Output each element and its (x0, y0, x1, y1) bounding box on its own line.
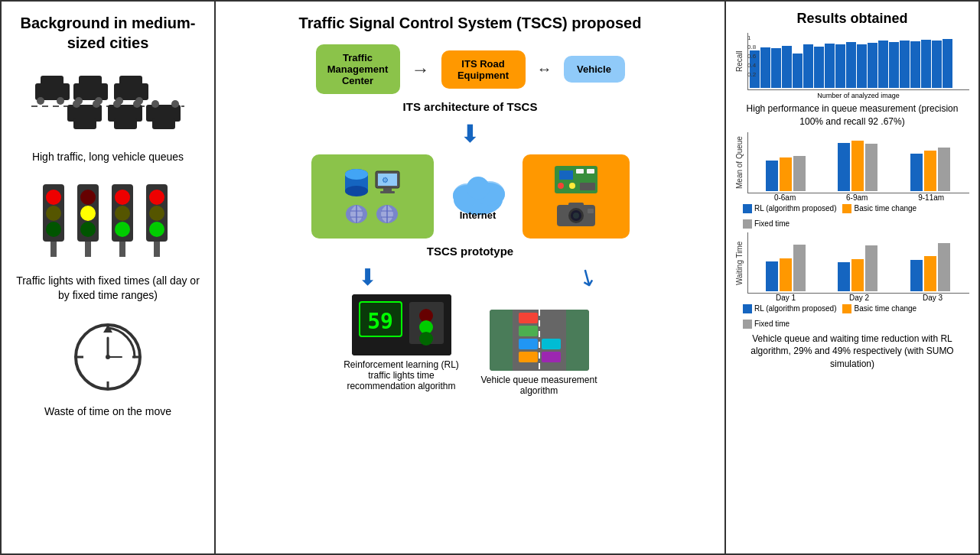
svg-point-16 (151, 100, 159, 108)
legend-basic-label2: Basic time change (854, 304, 917, 313)
legend-fixed-label: Fixed time (754, 219, 790, 228)
svg-rect-60 (383, 188, 392, 191)
queue-y-label: Mean of Queue (735, 132, 747, 193)
svg-rect-9 (119, 76, 142, 86)
clock-icon (70, 319, 146, 398)
traffic-lights-icon (31, 180, 184, 268)
queue-x-label: 0-6am (774, 193, 796, 202)
recall-bar-19 (943, 39, 952, 88)
legend-fixed-waiting: Fixed time (743, 320, 790, 329)
svg-rect-103 (519, 339, 538, 349)
recall-bar-18 (932, 41, 942, 88)
svg-point-31 (80, 190, 96, 205)
legend-grey-sq2 (743, 320, 752, 329)
recall-bar-2 (760, 47, 770, 88)
queue-bar-basic-1 (780, 157, 792, 191)
svg-point-56 (345, 186, 368, 196)
legend-fixed-label2: Fixed time (754, 320, 790, 328)
queue-bar-basic-2 (851, 141, 864, 191)
vq-image (490, 310, 589, 371)
queue-bars (747, 132, 969, 193)
svg-point-28 (46, 222, 61, 237)
arch-label: ITS architecture of TSCS (403, 100, 538, 113)
recall-bar-5 (793, 54, 803, 89)
recall-bars (747, 33, 969, 90)
legend-basic-waiting: Basic time change (842, 304, 917, 313)
left-section-clock: Waste of time on the move (13, 319, 203, 420)
waiting-bar-rl-3 (910, 260, 923, 290)
svg-point-37 (115, 206, 130, 221)
waiting-x-label: Day 1 (776, 294, 796, 302)
svg-point-19 (133, 100, 141, 108)
queue-chart-container: Mean of Queue 0-6am6-9am9-11am (735, 132, 969, 202)
recall-chart-container: Recall Number of analyzed image 1 0.8 0.… (735, 33, 969, 99)
svg-text:59: 59 (367, 309, 393, 334)
legend-blue-square (743, 204, 752, 213)
queue-bar-basic-3 (924, 151, 936, 191)
queue-group-3 (910, 148, 950, 191)
waiting-bar-rl-1 (766, 261, 778, 291)
svg-point-27 (46, 206, 61, 221)
svg-point-43 (149, 222, 164, 237)
svg-point-52 (106, 355, 110, 359)
right-title: Results obtained (735, 11, 969, 27)
rl-text: Reinforcement learning (RL) traffic ligh… (340, 359, 463, 391)
waiting-bar-basic-1 (780, 258, 792, 291)
recall-bar-12 (868, 43, 877, 88)
svg-point-98 (419, 332, 433, 346)
svg-rect-85 (580, 183, 595, 190)
svg-rect-81 (576, 169, 584, 174)
waiting-bar-rl-2 (838, 262, 850, 290)
waiting-bar-fixed-2 (865, 245, 877, 290)
rl-item: 59 Reinforcement learning (RL) traffic l… (340, 294, 463, 391)
waiting-bar-basic-2 (851, 259, 864, 291)
recall-bar-15 (900, 41, 910, 88)
recall-bar-7 (814, 47, 824, 88)
svg-point-24 (73, 100, 80, 108)
middle-panel: Traffic Signal Control System (TSCS) pro… (216, 2, 726, 553)
recall-x-label: Number of analyzed image (735, 92, 969, 99)
svg-point-42 (149, 206, 164, 221)
svg-rect-39 (119, 242, 125, 257)
legend-orange-sq2 (842, 304, 851, 313)
queue-bar-fixed-3 (938, 148, 950, 191)
svg-text:⚙: ⚙ (382, 176, 389, 184)
queue-bar-rl-1 (766, 161, 778, 190)
waiting-legend: RL (algorithm proposed) Basic time chang… (735, 304, 969, 329)
waiting-y-label: Waiting Time (735, 232, 747, 294)
box-tmc: Traffic Management Center (316, 44, 400, 94)
waiting-group-3 (910, 243, 950, 290)
legend-rl-waiting: RL (algorithm proposed) (743, 304, 836, 313)
recall-bar-10 (846, 42, 856, 88)
legend-basic-queue: Basic time change (842, 204, 917, 213)
internet-cloud: Internet (448, 173, 509, 221)
svg-rect-34 (85, 242, 91, 257)
svg-point-3 (57, 97, 64, 105)
recall-bar-13 (878, 41, 888, 88)
svg-point-41 (149, 190, 164, 205)
left-section-lights: Traffic lights with fixed times (all day… (13, 180, 203, 303)
box-its: ITS Road Equipment (441, 50, 526, 89)
recall-bar-3 (771, 48, 781, 88)
svg-rect-80 (559, 170, 573, 180)
svg-point-83 (558, 183, 564, 189)
traffic-text: High traffic, long vehicle queues (32, 150, 184, 165)
traffic-cars-icon (31, 64, 184, 144)
recall-bar-17 (921, 40, 931, 88)
recall-bar-8 (825, 44, 835, 89)
rl-image: 59 (352, 294, 451, 355)
prototype-orange-box (523, 154, 630, 239)
svg-point-32 (80, 206, 96, 221)
svg-point-57 (345, 169, 368, 180)
legend-rl-label2: RL (algorithm proposed) (754, 304, 836, 313)
waiting-x-labels: Day 1Day 2Day 3 (735, 294, 969, 302)
right-panel: Results obtained Recall Number of analyz… (726, 2, 978, 553)
recall-bar-9 (835, 44, 845, 88)
waiting-group-1 (766, 245, 806, 291)
left-section-traffic: High traffic, long vehicle queues (13, 64, 203, 165)
svg-rect-107 (542, 339, 561, 349)
svg-rect-18 (114, 118, 137, 129)
waiting-group-2 (838, 245, 877, 290)
left-panel: Background in medium-sized cities (2, 2, 216, 553)
vq-text: Vehicle queue measurement algorithm (478, 375, 601, 396)
